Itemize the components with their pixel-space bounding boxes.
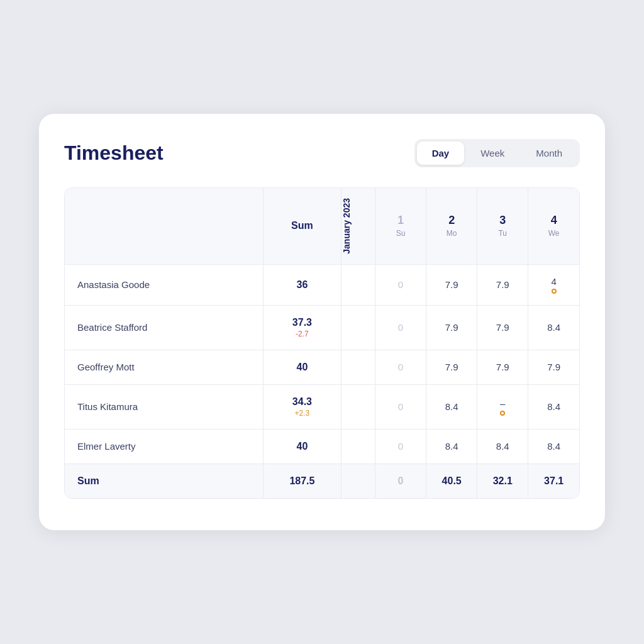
sum-row-month [341, 464, 375, 498]
row-2-day-3: 7.9 [528, 350, 579, 384]
table-row: Anastasia Goode3607.97.94 [65, 264, 579, 305]
table-row: Beatrice Stafford37.3-2.707.97.98.4 [65, 305, 579, 350]
col-header-month: January 2023 [341, 188, 375, 264]
table-row: Geoffrey Mott4007.97.97.9 [65, 350, 579, 384]
sum-day-2: 32.1 [477, 464, 528, 498]
row-0-day-1: 7.9 [426, 264, 477, 305]
col-header-sum: Sum [263, 188, 341, 264]
row-1-day-2: 7.9 [477, 305, 528, 350]
month-label: January 2023 [341, 188, 375, 264]
row-3-day-0: 0 [375, 384, 426, 429]
table-header-row: Sum January 2023 1 Su 2 Mo 3 [65, 188, 579, 264]
row-month-2 [341, 350, 375, 384]
day-label-2: Mo [447, 229, 457, 238]
row-4-day-0: 0 [375, 429, 426, 464]
row-sum-2: 40 [263, 350, 341, 384]
row-name-2: Geoffrey Mott [65, 350, 263, 384]
day-number-4: 4 [531, 214, 577, 228]
page-title: Timesheet [64, 142, 164, 165]
row-4-day-3: 8.4 [528, 429, 579, 464]
day-label-4: We [548, 229, 560, 238]
sum-row: Sum187.5040.532.137.1 [65, 464, 579, 498]
timesheet-table: Sum January 2023 1 Su 2 Mo 3 [65, 188, 579, 498]
row-sum-sub-1: -2.7 [276, 330, 328, 338]
cell-with-indicator-0-3: 4 [531, 276, 577, 294]
row-3-day-2: – [477, 384, 528, 429]
row-month-4 [341, 429, 375, 464]
timesheet-card: Timesheet Day Week Month Sum January 202… [39, 114, 605, 530]
row-sum-4: 40 [263, 429, 341, 464]
col-header-day-2: 2 Mo [426, 188, 477, 264]
view-month-button[interactable]: Month [521, 142, 577, 165]
day-label-1: Su [396, 229, 406, 238]
sum-day-0: 0 [375, 464, 426, 498]
row-sum-1: 37.3-2.7 [263, 305, 341, 350]
day-number-1: 1 [378, 214, 423, 228]
timesheet-table-wrapper: Sum January 2023 1 Su 2 Mo 3 [64, 187, 580, 499]
row-month-3 [341, 384, 375, 429]
table-row: Elmer Laverty4008.48.48.4 [65, 429, 579, 464]
row-0-day-2: 7.9 [477, 264, 528, 305]
day-number-2: 2 [429, 214, 474, 228]
row-1-day-1: 7.9 [426, 305, 477, 350]
col-header-day-3: 3 Tu [477, 188, 528, 264]
row-1-day-0: 0 [375, 305, 426, 350]
sum-day-1: 40.5 [426, 464, 477, 498]
col-header-name [65, 188, 263, 264]
row-3-day-3: 8.4 [528, 384, 579, 429]
table-body: Anastasia Goode3607.97.94Beatrice Staffo… [65, 264, 579, 498]
row-2-day-1: 7.9 [426, 350, 477, 384]
row-4-day-2: 8.4 [477, 429, 528, 464]
row-name-4: Elmer Laverty [65, 429, 263, 464]
col-header-day-4: 4 We [528, 188, 579, 264]
row-2-day-0: 0 [375, 350, 426, 384]
row-3-day-1: 8.4 [426, 384, 477, 429]
col-header-day-1: 1 Su [375, 188, 426, 264]
row-sum-0: 36 [263, 264, 341, 305]
view-week-button[interactable]: Week [465, 142, 519, 165]
status-dot [500, 411, 505, 416]
table-row: Titus Kitamura34.3+2.308.4–8.4 [65, 384, 579, 429]
row-1-day-3: 8.4 [528, 305, 579, 350]
day-label-3: Tu [498, 229, 507, 238]
view-toggle: Day Week Month [414, 139, 580, 167]
sum-row-total: 187.5 [263, 464, 341, 498]
row-name-0: Anastasia Goode [65, 264, 263, 305]
row-name-3: Titus Kitamura [65, 384, 263, 429]
row-name-1: Beatrice Stafford [65, 305, 263, 350]
row-0-day-0: 0 [375, 264, 426, 305]
row-4-day-1: 8.4 [426, 429, 477, 464]
row-sum-sub-3: +2.3 [276, 409, 328, 418]
status-dot [552, 289, 557, 294]
sum-day-3: 37.1 [528, 464, 579, 498]
view-day-button[interactable]: Day [417, 142, 465, 165]
row-2-day-2: 7.9 [477, 350, 528, 384]
row-month-0 [341, 264, 375, 305]
row-sum-3: 34.3+2.3 [263, 384, 341, 429]
row-0-day-3: 4 [528, 264, 579, 305]
sum-row-label: Sum [65, 464, 263, 498]
row-month-1 [341, 305, 375, 350]
header: Timesheet Day Week Month [64, 139, 580, 167]
day-number-3: 3 [480, 214, 525, 228]
cell-with-indicator-3-2: – [480, 398, 525, 416]
